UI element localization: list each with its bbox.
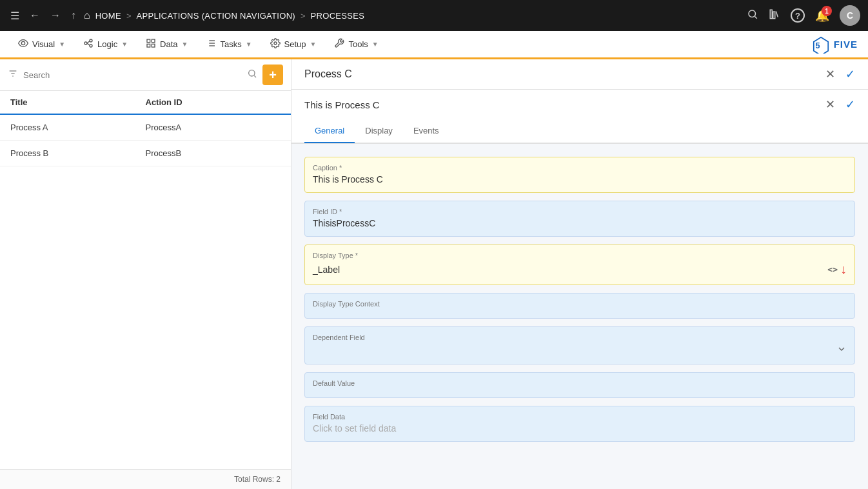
svg-point-26 [249, 70, 255, 76]
panel-check-icon[interactable]: ✓ [845, 67, 855, 81]
books-icon[interactable] [769, 8, 780, 23]
menu-bar-left: Visual ▼ Logic ▼ Data ▼ Tasks ▼ [10, 34, 386, 54]
avatar[interactable]: C [840, 5, 860, 26]
add-button[interactable]: + [262, 65, 283, 85]
col-header-actionid: Action ID [146, 97, 281, 107]
search-icon-btn[interactable] [247, 68, 257, 81]
app-label[interactable]: APPLICATIONS (ACTION NAVIGATION) [136, 11, 295, 21]
default-value-value[interactable] [305, 387, 854, 395]
tab-events[interactable]: Events [403, 119, 449, 143]
display-type-context-wrapper: Display Type Context [304, 293, 855, 319]
filter-icon[interactable] [8, 68, 18, 81]
setup-icon [270, 38, 281, 50]
back-icon[interactable]: ← [27, 7, 43, 24]
sub-panel-check-icon[interactable]: ✓ [845, 97, 855, 112]
display-type-context-value[interactable] [305, 308, 854, 315]
menu-item-tasks-label: Tasks [220, 39, 241, 49]
logic-icon [83, 38, 94, 50]
help-icon[interactable]: ? [791, 8, 805, 23]
menu-item-setup-label: Setup [284, 39, 306, 49]
row-1-title: Process A [10, 123, 146, 132]
sub-panel-title: This is Process C [304, 99, 380, 110]
menu-item-visual[interactable]: Visual ▼ [10, 34, 73, 54]
menu-item-data[interactable]: Data ▼ [138, 34, 195, 54]
dropdown-arrow-icon[interactable]: ↓ [840, 262, 847, 277]
tasks-icon [206, 38, 216, 50]
field-data-wrapper: Field Data Click to set field data [304, 406, 855, 442]
sub-panel-close-icon[interactable]: ✕ [825, 97, 835, 112]
sub-panel-header: This is Process C ✕ ✓ [291, 90, 868, 119]
dependent-field-chevron[interactable] [836, 344, 847, 356]
col-header-title: Title [10, 97, 146, 107]
sub-panel: This is Process C ✕ ✓ General Display Ev… [291, 90, 868, 144]
caption-value[interactable]: This is Process C [305, 172, 854, 190]
setup-dropdown-icon: ▼ [310, 41, 317, 48]
data-table: Title Action ID Process A ProcessA Proce… [0, 91, 291, 469]
svg-rect-2 [770, 10, 772, 19]
dependent-field-wrapper: Dependent Field [304, 326, 855, 364]
sidebar: + Title Action ID Process A ProcessA Pro… [0, 59, 291, 489]
panel-close-icon[interactable]: ✕ [825, 67, 835, 81]
svg-text:5: 5 [815, 41, 820, 50]
svg-rect-12 [147, 44, 150, 47]
field-data-label: Field Data [305, 409, 854, 421]
menu-item-visual-label: Visual [32, 39, 55, 49]
dependent-field-label: Dependent Field [305, 330, 854, 341]
menu-icon[interactable]: ☰ [8, 7, 22, 25]
panel-header: Process C ✕ ✓ [291, 59, 868, 90]
menu-item-setup[interactable]: Setup ▼ [262, 34, 324, 54]
home-label[interactable]: HOME [95, 11, 121, 21]
code-icon[interactable]: <> [827, 264, 838, 274]
menu-bar: Visual ▼ Logic ▼ Data ▼ Tasks ▼ [0, 31, 868, 59]
field-data-value[interactable]: Click to set field data [305, 421, 854, 439]
svg-line-1 [755, 16, 756, 18]
svg-point-4 [21, 41, 25, 45]
top-navigation: ☰ ← → ↑ ⌂ HOME > APPLICATIONS (ACTION NA… [0, 0, 868, 31]
menu-item-data-label: Data [160, 39, 177, 49]
svg-point-7 [90, 45, 92, 47]
field-id-value[interactable]: ThisisProcessC [305, 215, 854, 234]
tabs: General Display Events [291, 119, 868, 143]
row-2-actionid: ProcessB [146, 148, 281, 158]
five-logo: 5 FIVE [812, 35, 858, 54]
svg-rect-11 [152, 39, 155, 43]
data-icon [146, 38, 156, 50]
breadcrumb-sep-2: > [301, 11, 306, 21]
display-type-value[interactable]: _Label [313, 264, 340, 275]
dependent-field-dropdown [305, 341, 854, 361]
svg-point-20 [274, 42, 277, 45]
notification-count: 1 [822, 6, 832, 16]
svg-point-0 [749, 10, 756, 17]
svg-line-27 [254, 75, 256, 77]
menu-item-tasks[interactable]: Tasks ▼ [198, 34, 259, 54]
panel-title: Process C [304, 68, 352, 80]
main-area: + Title Action ID Process A ProcessA Pro… [0, 59, 868, 489]
form-content: Caption * This is Process C Field ID * T… [291, 144, 868, 489]
menu-item-tools[interactable]: Tools ▼ [326, 34, 386, 54]
menu-item-tools-label: Tools [348, 39, 368, 49]
svg-rect-3 [773, 12, 775, 19]
logic-dropdown-icon: ▼ [121, 41, 128, 48]
svg-point-5 [84, 42, 87, 45]
display-type-row: _Label <> ↓ [305, 259, 854, 282]
search-bar: + [0, 59, 291, 91]
search-icon[interactable] [747, 8, 758, 23]
right-panel: Process C ✕ ✓ This is Process C ✕ ✓ Gene… [291, 59, 868, 489]
caption-label: Caption * [305, 160, 854, 172]
tab-general[interactable]: General [304, 119, 355, 143]
tab-display[interactable]: Display [355, 119, 403, 143]
notification-bell[interactable]: 🔔 1 [815, 8, 829, 23]
table-row[interactable]: Process A ProcessA [0, 115, 291, 141]
forward-icon[interactable]: → [48, 7, 63, 24]
up-icon[interactable]: ↑ [68, 7, 79, 24]
menu-item-logic[interactable]: Logic ▼ [75, 34, 135, 54]
process-label[interactable]: PROCESSES [311, 11, 365, 21]
tools-dropdown-icon: ▼ [372, 41, 379, 48]
field-id-label: Field ID * [305, 204, 854, 215]
sub-panel-actions: ✕ ✓ [825, 97, 855, 112]
svg-line-9 [87, 43, 90, 45]
tools-icon [334, 38, 344, 50]
search-input[interactable] [23, 70, 242, 80]
table-row[interactable]: Process B ProcessB [0, 141, 291, 166]
top-nav-right: ? 🔔 1 C [747, 5, 860, 26]
